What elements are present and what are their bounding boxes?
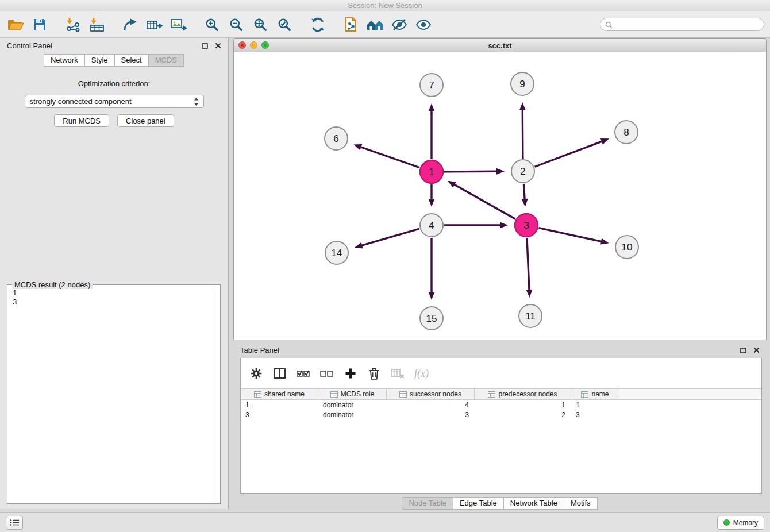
edge-arrowhead [519, 102, 526, 110]
node-table-header: shared nameMCDS rolesuccessor nodesprede… [241, 388, 761, 400]
column-header-name[interactable]: name [571, 389, 619, 399]
toolbar-group [121, 14, 188, 35]
node-table-body: 1dominator4113dominator323 [241, 400, 761, 419]
save-session-icon[interactable] [30, 14, 49, 35]
column-label: predecessor nodes [498, 390, 557, 398]
zoom-selected-icon[interactable] [275, 14, 294, 35]
criterion-dropdown[interactable]: strongly connected component [25, 95, 204, 108]
svg-text:6: 6 [333, 133, 338, 144]
graph-node-10[interactable]: 10 [615, 236, 638, 259]
refresh-layout-icon[interactable] [308, 14, 328, 35]
edge-1-6[interactable] [360, 147, 420, 168]
toolbar-group [308, 14, 328, 35]
graph-node-6[interactable]: 6 [325, 127, 348, 150]
svg-text:2: 2 [520, 166, 525, 177]
svg-text:4: 4 [429, 220, 434, 231]
edge-3-11[interactable] [527, 238, 529, 291]
minimize-window-button[interactable]: − [250, 41, 257, 49]
deselect-all-icon[interactable] [320, 366, 334, 381]
table-cell: 1 [571, 401, 619, 409]
column-header-mcds-role[interactable]: MCDS role [318, 389, 387, 399]
column-header-successor-nodes[interactable]: successor nodes [387, 389, 475, 399]
show-all-icon[interactable] [414, 14, 433, 35]
column-header-predecessor-nodes[interactable]: predecessor nodes [475, 389, 571, 399]
graph-node-4[interactable]: 4 [420, 214, 443, 237]
edge-2-9[interactable] [522, 109, 523, 159]
export-table-icon[interactable] [145, 14, 164, 35]
tab-mcds[interactable]: MCDS [148, 54, 184, 67]
run-mcds-button[interactable]: Run MCDS [54, 114, 109, 127]
result-scrollbar-track [213, 286, 213, 503]
tab-network[interactable]: Network [44, 54, 85, 67]
node-table: shared nameMCDS rolesuccessor nodesprede… [241, 388, 761, 419]
copy-network-icon[interactable] [341, 14, 361, 35]
edge-arrowhead [600, 238, 609, 245]
split-panel-icon[interactable] [273, 366, 287, 381]
graph-node-8[interactable]: 8 [615, 121, 638, 144]
main-toolbar [0, 11, 770, 38]
graph-node-3[interactable]: 3 [515, 214, 538, 237]
edge-2-8[interactable] [535, 141, 603, 167]
export-image-icon[interactable] [169, 14, 188, 35]
task-history-button[interactable] [6, 516, 23, 530]
memory-status-dot [723, 519, 730, 526]
main-toolbar-groups [6, 14, 433, 35]
tab-motifs[interactable]: Motifs [564, 497, 598, 510]
zoom-window-button[interactable]: + [261, 41, 269, 49]
close-table-panel-icon[interactable] [753, 347, 760, 353]
toolbar-group [202, 14, 294, 35]
open-session-icon[interactable] [6, 14, 25, 35]
network-window-titlebar[interactable]: ×−+ scc.txt [234, 39, 766, 52]
criterion-dropdown-value: strongly connected component [30, 97, 132, 106]
graph-node-2[interactable]: 2 [511, 160, 534, 183]
hide-selected-icon[interactable] [390, 14, 409, 35]
memory-button[interactable]: Memory [717, 516, 764, 530]
edge-3-10[interactable] [538, 228, 602, 242]
edge-2-3[interactable] [523, 184, 525, 200]
edge-arrowhead [429, 199, 435, 207]
table-cell: dominator [318, 411, 387, 419]
edge-arrowhead [600, 138, 609, 144]
network-canvas[interactable]: 7968124314101511 [234, 52, 766, 340]
close-window-button[interactable]: × [238, 41, 246, 49]
zoom-fit-icon[interactable] [251, 14, 270, 35]
tab-style[interactable]: Style [84, 54, 115, 67]
settings-gear-icon[interactable] [249, 366, 263, 381]
table-cell: 4 [387, 401, 475, 409]
graph-node-9[interactable]: 9 [511, 72, 534, 95]
float-panel-icon[interactable] [202, 43, 208, 49]
close-panel-icon[interactable] [215, 43, 221, 49]
edge-arrowhead [448, 181, 456, 188]
home-icon[interactable] [365, 14, 385, 35]
table-row[interactable]: 3dominator323 [241, 410, 761, 419]
tab-network-table[interactable]: Network Table [503, 497, 564, 510]
graph-node-7[interactable]: 7 [420, 74, 443, 97]
optimization-criterion-label: Optimization criterion: [0, 79, 228, 88]
search-input[interactable] [600, 18, 764, 31]
import-network-icon[interactable] [63, 14, 83, 35]
table-row[interactable]: 1dominator411 [241, 400, 761, 410]
select-all-icon[interactable] [297, 366, 310, 381]
export-network-icon[interactable] [121, 14, 140, 35]
table-panel-tabs: Node TableEdge TableNetwork TableMotifs [233, 497, 767, 510]
edge-1-2[interactable] [444, 171, 498, 172]
zoom-in-icon[interactable] [202, 14, 222, 35]
graph-node-11[interactable]: 11 [519, 304, 542, 327]
zoom-out-icon[interactable] [226, 14, 246, 35]
delete-column-icon[interactable] [367, 366, 381, 381]
table-panel-title: Table Panel [240, 346, 279, 354]
tab-edge-table[interactable]: Edge Table [453, 497, 504, 510]
graph-node-1[interactable]: 1 [420, 160, 443, 183]
close-mcds-panel-button[interactable]: Close panel [117, 114, 174, 127]
add-column-icon[interactable] [344, 366, 357, 381]
edge-4-14[interactable] [361, 229, 419, 246]
float-table-panel-icon[interactable] [740, 348, 746, 353]
graph-node-15[interactable]: 15 [420, 307, 443, 330]
column-header-shared-name[interactable]: shared name [241, 389, 318, 399]
edge-3-1[interactable] [453, 184, 515, 219]
import-table-icon[interactable] [87, 14, 107, 35]
function-builder-icon: f(x) [414, 366, 429, 381]
tab-node-table[interactable]: Node Table [402, 497, 453, 510]
graph-node-14[interactable]: 14 [325, 241, 348, 264]
tab-select[interactable]: Select [114, 54, 149, 67]
